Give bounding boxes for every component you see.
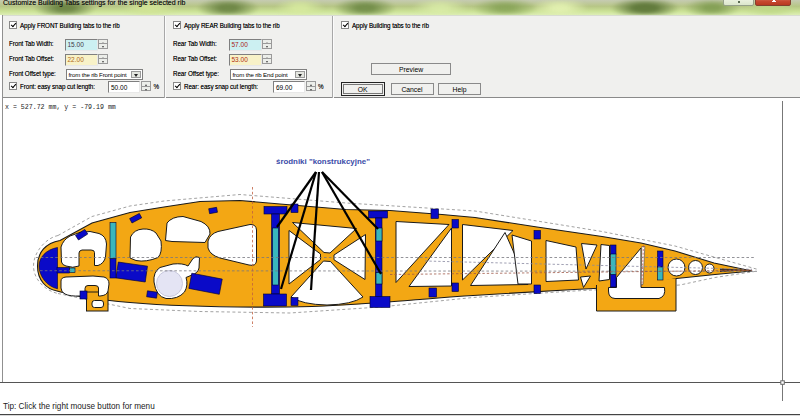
svg-text:środniki "konstrukcyjne": środniki "konstrukcyjne": [276, 157, 370, 166]
